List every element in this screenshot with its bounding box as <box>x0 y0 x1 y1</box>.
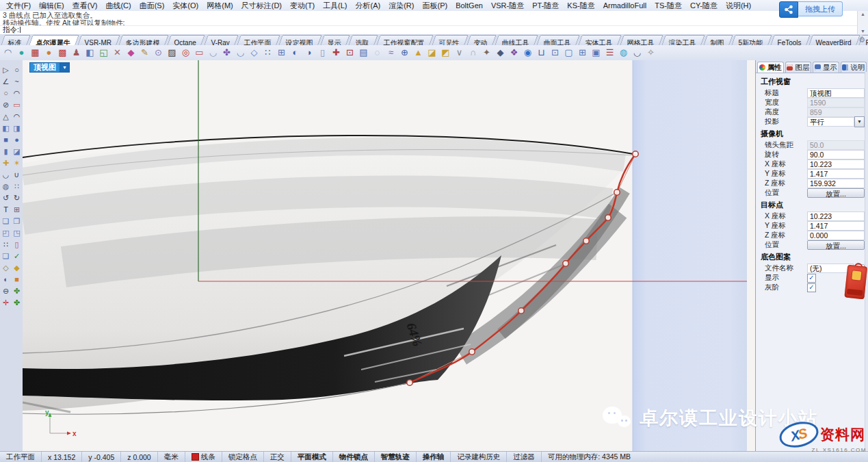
page-icon[interactable]: ▯ <box>316 47 329 60</box>
card-icon[interactable]: ▣ <box>590 47 603 60</box>
arc-icon[interactable]: ◡ <box>631 47 644 60</box>
sphere-solid-icon[interactable]: ● <box>12 135 22 145</box>
toolbar-tab-显示[interactable]: 显示 <box>320 35 350 45</box>
status-x 13.152[interactable]: x 13.152 <box>42 452 82 462</box>
status-z 0.000[interactable]: z 0.000 <box>121 452 157 462</box>
teal-sphere-icon[interactable]: ● <box>15 47 28 60</box>
viewport-title-tab[interactable]: 顶视图 ▼ <box>29 62 70 73</box>
toolbar-tab-网格工具[interactable]: 网格工具 <box>620 35 663 45</box>
scroll-down-icon[interactable]: ▼ <box>860 29 865 34</box>
toolbar-tab-工作平面[interactable]: 工作平面 <box>237 35 280 45</box>
rotate-icon[interactable]: ◇ <box>1 263 11 273</box>
globe-icon[interactable]: ◉ <box>521 47 534 60</box>
grid-icon[interactable]: ⊞ <box>275 47 288 60</box>
status-过滤器[interactable]: 过滤器 <box>507 452 542 462</box>
sketch-pencil-icon[interactable]: ✎ <box>138 47 151 60</box>
spray-icon[interactable]: ❖ <box>508 47 521 60</box>
swirl-icon[interactable]: ◐ <box>289 47 302 60</box>
conic-icon[interactable]: ⊘ <box>1 100 11 110</box>
cage-icon[interactable]: ✤ <box>12 298 22 308</box>
cap-icon[interactable]: ∩ <box>466 47 479 60</box>
menu-item-说明(H)[interactable]: 说明(H) <box>722 1 755 11</box>
text-icon[interactable]: T <box>1 205 11 215</box>
value-field[interactable]: 159.932 <box>807 179 865 188</box>
boolean-icon[interactable]: ✚ <box>1 158 11 168</box>
pointer-icon[interactable]: ▷ <box>1 65 11 75</box>
command-scrollbar[interactable]: ▲ ▼ <box>857 11 868 34</box>
chamfer-icon[interactable]: ∪ <box>12 170 22 180</box>
toolbar-tab-Octane[interactable]: Octane <box>168 35 206 45</box>
menu-item-BoltGen[interactable]: BoltGen <box>451 1 487 11</box>
status-毫米[interactable]: 毫米 <box>158 452 185 462</box>
freeform-icon[interactable]: ◠ <box>12 112 22 122</box>
toolbar-tab-曲面工具[interactable]: 曲面工具 <box>536 35 579 45</box>
toolbar-tab-卓尔谟犀牛[interactable]: 卓尔谟犀牛 <box>29 35 79 45</box>
basket-icon[interactable]: ⊔ <box>535 47 548 60</box>
toolbar-tab-工作视窗配置[interactable]: 工作视窗配置 <box>376 35 433 45</box>
status-线条[interactable]: 线条 <box>185 452 222 462</box>
scroll-up-icon[interactable]: ▲ <box>860 12 865 16</box>
toolbar-tab-选取[interactable]: 选取 <box>348 35 378 45</box>
toolbar-tab-实体工具[interactable]: 实体工具 <box>578 35 621 45</box>
status-锁定格点[interactable]: 锁定格点 <box>222 452 264 462</box>
clock-icon[interactable]: ⊙ <box>152 47 165 60</box>
point-icon[interactable]: ○ <box>12 65 22 75</box>
curve-control-point[interactable] <box>583 238 589 244</box>
pillar-icon[interactable]: ▯ <box>12 240 22 250</box>
group-icon[interactable]: ❏ <box>1 216 11 227</box>
sparkle-icon[interactable]: ✧ <box>644 47 657 60</box>
menu-item-TS-随意[interactable]: TS-随意 <box>650 1 686 11</box>
toolbar-tab-曲线工具[interactable]: 曲线工具 <box>495 35 538 45</box>
viewport-top[interactable]: y x 顶视图 ▼ 64% 卓尔谟工业设计小站 <box>23 60 756 452</box>
toolbar-tab-可见性[interactable]: 可见性 <box>432 35 468 45</box>
rectangle-icon[interactable]: ▭ <box>12 100 22 110</box>
status-y -0.405[interactable]: y -0.405 <box>82 452 121 462</box>
menu-item-VSR-随意[interactable]: VSR-随意 <box>487 1 528 11</box>
offset-dots-icon[interactable]: ∷ <box>12 181 22 192</box>
orange-sphere-icon[interactable]: ● <box>42 47 55 60</box>
panel-scrollbar[interactable] <box>865 72 868 452</box>
polyline-icon[interactable]: ∠ <box>1 77 11 87</box>
corner-icon[interactable]: ◰ <box>1 228 11 238</box>
red-circle-icon[interactable]: ◎ <box>179 47 192 60</box>
drag-upload-button[interactable]: 拖拽上传 <box>779 1 843 16</box>
panel-tab-属性[interactable]: 属性 <box>757 62 784 73</box>
ungroup-icon[interactable]: ❐ <box>12 216 22 227</box>
checkbox-checked[interactable]: ✓ <box>807 283 816 292</box>
move-cross-icon[interactable]: ✚ <box>330 47 343 60</box>
toolbar-tab-标准[interactable]: 标准 <box>1 35 30 45</box>
panel-tab-图层[interactable]: 图层 <box>785 62 812 73</box>
red-frame-icon[interactable]: ⊡ <box>343 47 356 60</box>
box-solid-icon[interactable]: ■ <box>1 135 11 145</box>
checkbox-checked[interactable]: ✓ <box>807 274 816 283</box>
menu-item-变动(T)[interactable]: 变动(T) <box>286 1 319 11</box>
dashed-circle-icon[interactable]: ◌ <box>371 47 384 60</box>
window-2-icon[interactable]: ⊞ <box>576 47 589 60</box>
fold-icon[interactable]: ◪ <box>425 47 438 60</box>
menu-item-查看(V)[interactable]: 查看(V) <box>68 1 102 11</box>
undo-curve-icon[interactable]: ↺ <box>1 193 11 203</box>
corner-2-icon[interactable]: ◳ <box>12 228 22 238</box>
surface-icon[interactable]: ◧ <box>1 123 11 133</box>
place-button[interactable]: 放置... <box>807 188 865 198</box>
menu-item-渲染(R)[interactable]: 渲染(R) <box>384 1 418 11</box>
value-field[interactable]: 10.223 <box>807 211 865 221</box>
dot-grid-icon[interactable]: ∷ <box>261 47 274 60</box>
star-icon[interactable]: ✦ <box>480 47 493 60</box>
value-field[interactable]: 顶视图 <box>807 88 865 98</box>
toolbar-options-gear-icon[interactable]: ⚙ <box>858 36 865 44</box>
wave-icon[interactable]: ≈ <box>384 47 397 60</box>
mannequin-icon[interactable]: ♟ <box>70 47 83 60</box>
diamond-icon[interactable]: ◇ <box>248 47 261 60</box>
status-物件锁点[interactable]: 物件锁点 <box>333 452 375 462</box>
promo-gift-icon[interactable] <box>844 262 867 300</box>
patch-icon[interactable]: ◪ <box>12 146 22 157</box>
menu-item-尺寸标注(D)[interactable]: 尺寸标注(D) <box>237 1 286 11</box>
stack-icon[interactable]: ❏ <box>1 251 11 261</box>
panel-tab-说明[interactable]: 说明 <box>841 62 867 73</box>
circle-icon[interactable]: ○ <box>1 88 11 99</box>
value-field[interactable]: 1.417 <box>807 221 865 231</box>
menu-item-CY-随意[interactable]: CY-随意 <box>686 1 722 11</box>
curve-control-point[interactable] <box>605 215 611 220</box>
curve-icon[interactable]: ◠ <box>1 47 14 60</box>
